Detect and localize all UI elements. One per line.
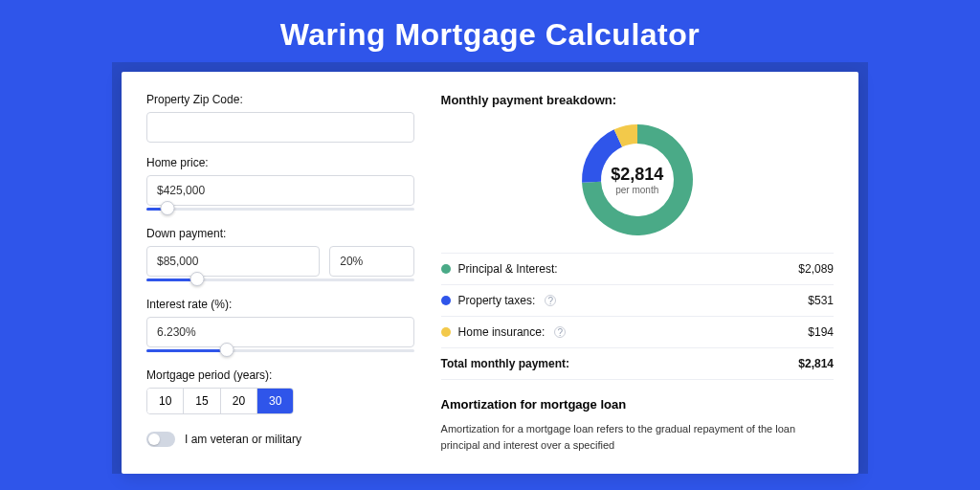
interest-label: Interest rate (%): [146, 298, 414, 311]
interest-group: Interest rate (%): [146, 298, 414, 355]
calculator-card: Property Zip Code: Home price: Down paym… [122, 72, 858, 474]
page-title: Waring Mortgage Calculator [0, 17, 980, 53]
total-value: $2,814 [798, 357, 834, 370]
home-price-input[interactable] [146, 175, 414, 206]
veteran-label: I am veteran or military [185, 433, 301, 446]
donut-chart: $2,814 per month [441, 121, 834, 239]
veteran-toggle[interactable] [146, 432, 175, 447]
legend-value: $531 [808, 294, 834, 307]
down-payment-input[interactable] [146, 246, 320, 277]
legend-row: Property taxes:?$531 [441, 285, 834, 317]
period-group: Mortgage period (years): 10152030 [146, 368, 414, 414]
down-payment-group: Down payment: [146, 227, 414, 284]
form-column: Property Zip Code: Home price: Down paym… [146, 93, 435, 474]
breakdown-title: Monthly payment breakdown: [441, 93, 834, 107]
amortization-text: Amortization for a mortgage loan refers … [441, 421, 834, 453]
help-icon[interactable]: ? [545, 295, 556, 306]
donut-value: $2,814 [611, 165, 663, 185]
donut-center: $2,814 per month [578, 121, 697, 239]
legend-row: Home insurance:?$194 [441, 317, 834, 348]
period-btn-30[interactable]: 30 [257, 389, 293, 413]
donut-sub: per month [615, 185, 658, 195]
amortization-section: Amortization for mortgage loan Amortizat… [441, 397, 834, 453]
down-payment-label: Down payment: [146, 227, 414, 240]
slider-thumb-icon[interactable] [219, 343, 234, 357]
legend: Principal & Interest:$2,089Property taxe… [441, 253, 834, 380]
down-payment-pct-input[interactable] [329, 246, 413, 277]
zip-group: Property Zip Code: [146, 93, 414, 143]
zip-label: Property Zip Code: [146, 93, 414, 106]
period-btn-15[interactable]: 15 [184, 389, 220, 413]
inner-bg: Property Zip Code: Home price: Down paym… [112, 62, 868, 474]
legend-label: Property taxes: [458, 294, 536, 307]
breakdown-column: Monthly payment breakdown: $2,814 per mo… [435, 93, 834, 474]
amortization-title: Amortization for mortgage loan [441, 397, 834, 412]
legend-dot-icon [441, 296, 451, 305]
legend-total-row: Total monthly payment:$2,814 [441, 348, 834, 380]
slider-thumb-icon[interactable] [161, 201, 175, 215]
home-price-slider[interactable] [146, 204, 414, 213]
period-label: Mortgage period (years): [146, 368, 414, 382]
legend-label: Principal & Interest: [458, 262, 558, 276]
interest-input[interactable] [146, 317, 414, 347]
interest-slider[interactable] [146, 345, 414, 355]
legend-label: Home insurance: [458, 325, 546, 339]
legend-dot-icon [441, 264, 451, 274]
period-button-group: 10152030 [146, 388, 294, 414]
period-btn-20[interactable]: 20 [221, 389, 257, 413]
total-label: Total monthly payment: [441, 357, 569, 370]
period-btn-10[interactable]: 10 [147, 389, 184, 413]
zip-input[interactable] [146, 112, 414, 143]
help-icon[interactable]: ? [554, 326, 566, 338]
legend-dot-icon [441, 327, 451, 337]
home-price-group: Home price: [146, 156, 414, 213]
legend-value: $194 [808, 325, 834, 339]
page-header: Waring Mortgage Calculator [0, 0, 980, 62]
legend-row: Principal & Interest:$2,089 [441, 254, 834, 285]
slider-thumb-icon[interactable] [190, 272, 205, 286]
home-price-label: Home price: [146, 156, 414, 169]
down-payment-slider[interactable] [146, 275, 414, 284]
veteran-row: I am veteran or military [146, 432, 414, 447]
legend-value: $2,089 [798, 262, 834, 276]
